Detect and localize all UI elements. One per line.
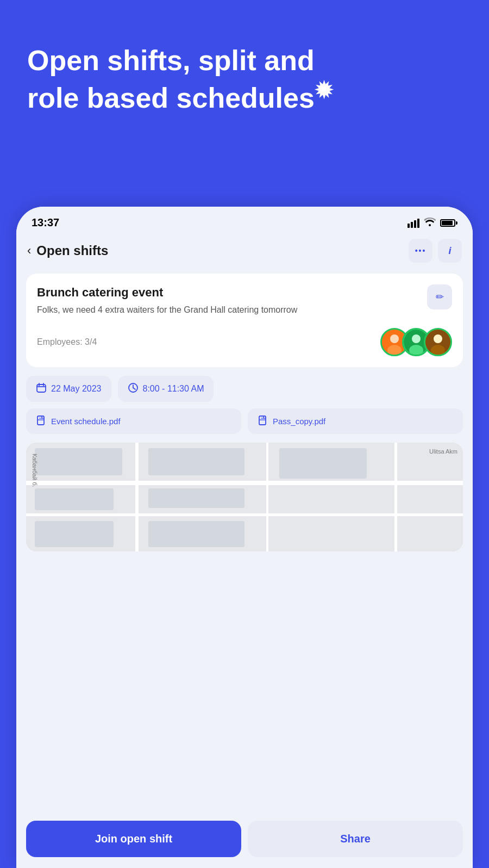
event-title: Brunch catering event [37,286,452,300]
edit-icon: ✏ [436,291,444,303]
status-time: 13:37 [32,216,59,229]
time-value: 8:00 - 11:30 AM [143,384,204,394]
edit-button[interactable]: ✏ [427,284,452,309]
clock-icon [128,382,139,395]
file-icon-1 [36,415,47,427]
scroll-area: ✏ Brunch catering event Folks, we need 4… [16,268,473,551]
svg-point-7 [434,334,442,343]
employees-label: Employees: 3/4 [37,337,97,347]
nav-bar: ‹ Open shifts ••• i [16,233,473,268]
files-row: Event schedule.pdf Pass_copy.pdf [26,408,463,434]
info-button[interactable]: i [438,239,462,263]
svg-rect-16 [37,416,44,425]
hero-text: Open shifts, split and role based schedu… [27,44,462,115]
svg-rect-19 [259,416,266,425]
time-chip: 8:00 - 11:30 AM [118,376,214,402]
wifi-icon [424,216,436,229]
event-description: Folks, we need 4 extra waiters for the G… [37,304,452,316]
join-open-shift-button[interactable]: Join open shift [26,821,241,857]
bottom-actions: Join open shift Share [16,814,473,868]
date-chip: 22 May 2023 [26,376,111,402]
signal-icon [408,218,419,228]
hero-line2: role based schedules [27,83,315,114]
svg-point-1 [390,334,399,343]
status-bar: 13:37 [16,207,473,233]
map-label-right: Ulitsa Akm [429,448,457,455]
svg-point-4 [412,334,421,343]
more-icon: ••• [415,246,427,255]
chips-row: 22 May 2023 8:00 - 11:30 AM [26,376,463,402]
file-chip-2[interactable]: Pass_copy.pdf [248,408,463,434]
more-button[interactable]: ••• [409,239,432,263]
hero-spark: ✹ [315,77,333,103]
map-label-left: Кабанбай б. [32,454,38,487]
file-icon-2 [258,415,268,427]
phone-shell: 13:37 [16,207,473,868]
event-card: ✏ Brunch catering event Folks, we need 4… [26,274,463,367]
calendar-icon [36,382,47,395]
status-icons [408,216,457,229]
avatar-3 [424,328,452,356]
battery-icon [440,219,457,227]
svg-rect-9 [37,385,46,392]
hero-line1: Open shifts, split and [27,45,315,76]
map-area: Кабанбай б. Ulitsa Akm [26,443,463,551]
avatars-group [380,328,452,356]
file-label-1: Event schedule.pdf [51,417,121,426]
date-value: 22 May 2023 [51,384,102,394]
page-title: Open shifts [36,243,108,258]
share-button[interactable]: Share [248,821,463,857]
file-label-2: Pass_copy.pdf [273,417,325,426]
back-button[interactable]: ‹ [27,244,31,258]
file-chip-1[interactable]: Event schedule.pdf [26,408,241,434]
svg-line-15 [133,388,135,389]
info-icon: i [448,245,451,257]
